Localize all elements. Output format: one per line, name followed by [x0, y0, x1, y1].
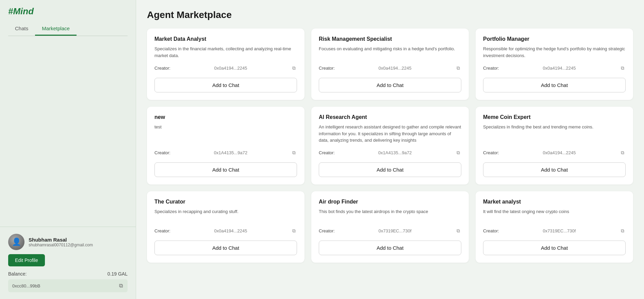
agent-creator-row: Creator: 0x0a4194...2245 [483, 65, 626, 72]
creator-address: 0x0a4194...2245 [543, 66, 576, 71]
edit-profile-button[interactable]: Edit Profile [8, 254, 45, 266]
agent-creator-row: Creator: 0x1A4135...9a72 [319, 149, 461, 156]
agent-creator-row: Creator: 0x0a4194...2245 [483, 149, 626, 156]
tab-chats[interactable]: Chats [8, 22, 35, 36]
agent-card: Air drop Finder This bot finds you the l… [311, 191, 469, 263]
copy-creator-button[interactable] [291, 149, 297, 156]
agent-description: test [154, 124, 297, 144]
balance-value: 0.19 GAL [108, 271, 128, 277]
balance-label: Balance: [8, 271, 27, 277]
copy-creator-button[interactable] [620, 149, 626, 156]
add-to-chat-button[interactable]: Add to Chat [319, 162, 461, 177]
creator-label: Creator: [154, 228, 170, 233]
creator-label: Creator: [483, 228, 499, 233]
copy-icon [621, 150, 624, 155]
creator-label: Creator: [483, 150, 499, 155]
agent-card: The Curator Specializes in recapping and… [147, 191, 304, 263]
agent-name: AI Research Agent [319, 114, 461, 120]
creator-address: 0x0a4194...2245 [543, 150, 576, 155]
copy-icon [457, 150, 460, 155]
copy-creator-button[interactable] [620, 65, 626, 72]
copy-icon [457, 228, 460, 233]
agent-name: Meme Coin Expert [483, 114, 626, 120]
agent-name: new [154, 114, 297, 120]
wallet-address: 0xcc80...99bB [12, 283, 116, 288]
add-to-chat-button[interactable]: Add to Chat [154, 241, 297, 255]
balance-row: Balance: 0.19 GAL [8, 271, 128, 277]
creator-address: 0x0a4194...2245 [379, 66, 412, 71]
nav-tabs: Chats Marketplace [8, 22, 128, 36]
copy-creator-button[interactable] [455, 65, 461, 72]
copy-creator-button[interactable] [455, 149, 461, 156]
copy-creator-button[interactable] [455, 227, 461, 234]
add-to-chat-button[interactable]: Add to Chat [483, 162, 626, 177]
user-name: Shubham Rasal [29, 237, 93, 243]
agent-description: Specializes in the financial markets, co… [154, 46, 297, 59]
avatar-image: 👤 [8, 234, 24, 250]
agent-description: Specializes in recapping and curating st… [154, 208, 297, 222]
agent-creator-row: Creator: 0x7319EC...730f [483, 227, 626, 234]
copy-creator-button[interactable] [291, 65, 297, 72]
agent-description: This bot finds you the latest airdrops i… [319, 208, 461, 222]
add-to-chat-button[interactable]: Add to Chat [319, 78, 461, 92]
agents-grid: Market Data Analyst Specializes in the f… [147, 29, 633, 263]
add-to-chat-button[interactable]: Add to Chat [154, 78, 297, 92]
creator-label: Creator: [319, 150, 335, 155]
agent-creator-row: Creator: 0x0a4194...2245 [154, 227, 297, 234]
tab-marketplace[interactable]: Marketplace [35, 22, 77, 36]
agent-name: Portfolio Manager [483, 36, 626, 42]
sidebar-header: #Mind Chats Marketplace [0, 0, 136, 36]
agent-name: The Curator [154, 199, 297, 205]
app-logo: #Mind [8, 6, 128, 17]
agent-name: Market Data Analyst [154, 36, 297, 42]
copy-icon [292, 150, 296, 155]
creator-address: 0x1A4135...9a72 [378, 150, 412, 155]
agent-creator-row: Creator: 0x0a4194...2245 [319, 65, 461, 72]
user-details: Shubham Rasal shubhamrasal0070112@gmail.… [29, 237, 93, 247]
agent-description: Specializes in finding the best and tren… [483, 124, 626, 144]
copy-icon [621, 228, 624, 233]
creator-address: 0x0a4194...2245 [214, 66, 247, 71]
creator-address: 0x7319EC...730f [379, 228, 412, 233]
copy-icon [457, 65, 460, 71]
creator-address: 0x0a4194...2245 [214, 228, 247, 233]
agent-name: Market analyst [483, 199, 626, 205]
sidebar-footer: 👤 Shubham Rasal shubhamrasal0070112@gmai… [0, 227, 136, 299]
creator-label: Creator: [483, 66, 499, 71]
add-to-chat-button[interactable]: Add to Chat [154, 162, 297, 177]
user-info: 👤 Shubham Rasal shubhamrasal0070112@gmai… [8, 234, 128, 250]
add-to-chat-button[interactable]: Add to Chat [483, 78, 626, 92]
creator-label: Creator: [319, 66, 335, 71]
user-email: shubhamrasal0070112@gmail.com [29, 243, 93, 247]
creator-address: 0x7319EC...730f [543, 228, 576, 233]
agent-card: Portfolio Manager Responsible for optimi… [476, 29, 633, 100]
agent-name: Risk Management Specialist [319, 36, 461, 42]
agent-card: Market Data Analyst Specializes in the f… [147, 29, 304, 100]
sidebar-content [0, 36, 136, 227]
creator-address: 0x1A4135...9a72 [214, 150, 247, 155]
agent-description: Responsible for optimizing the hedge fun… [483, 46, 626, 59]
copy-wallet-button[interactable] [118, 282, 123, 289]
copy-icon [621, 65, 624, 71]
agent-description: An intelligent research assistant design… [319, 124, 461, 144]
copy-creator-button[interactable] [620, 227, 626, 234]
copy-icon [119, 283, 123, 288]
agent-card: Risk Management Specialist Focuses on ev… [311, 29, 469, 100]
avatar: 👤 [8, 234, 24, 250]
add-to-chat-button[interactable]: Add to Chat [483, 241, 626, 255]
agent-card: new test Creator: 0x1A4135...9a72 Add to… [147, 107, 304, 184]
copy-creator-button[interactable] [291, 227, 297, 234]
main-content: Agent Marketplace Market Data Analyst Sp… [136, 0, 644, 299]
page-title: Agent Marketplace [147, 10, 633, 20]
agent-card: AI Research Agent An intelligent researc… [311, 107, 469, 184]
creator-label: Creator: [154, 150, 170, 155]
creator-label: Creator: [319, 228, 335, 233]
agent-creator-row: Creator: 0x1A4135...9a72 [154, 149, 297, 156]
agent-description: It will find the latest onging new crypt… [483, 208, 626, 222]
copy-icon [292, 65, 296, 71]
agent-creator-row: Creator: 0x7319EC...730f [319, 227, 461, 234]
agent-card: Meme Coin Expert Specializes in finding … [476, 107, 633, 184]
add-to-chat-button[interactable]: Add to Chat [319, 241, 461, 255]
wallet-row: 0xcc80...99bB [8, 279, 128, 292]
copy-icon [292, 228, 296, 233]
